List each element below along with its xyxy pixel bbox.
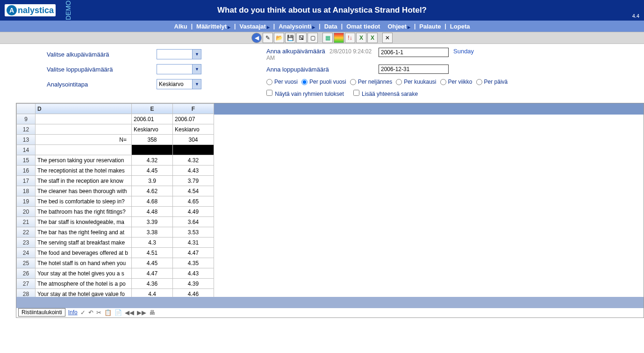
cell-e[interactable]: 4.51 bbox=[132, 248, 173, 258]
table-row[interactable]: 24The food and beverages offered at b4.5… bbox=[17, 248, 214, 258]
row-header[interactable]: 16 bbox=[17, 166, 36, 176]
cell-f[interactable]: 4.54 bbox=[173, 186, 214, 196]
cell-e[interactable]: 3.39 bbox=[132, 217, 173, 227]
table-row[interactable]: 26Your stay at the hotel gives you a s4.… bbox=[17, 268, 214, 279]
saveas-icon[interactable]: 🖫 bbox=[296, 33, 307, 43]
excel2-icon[interactable]: X bbox=[367, 33, 378, 43]
menu-vastaajat[interactable]: Vastaajat bbox=[236, 23, 273, 30]
cell-d[interactable]: N= bbox=[36, 135, 132, 145]
cell-f[interactable]: 4.31 bbox=[173, 238, 214, 248]
radio-per-puoli-vuosi[interactable]: Per puoli vuosi bbox=[301, 79, 346, 85]
row-header[interactable]: 22 bbox=[17, 227, 36, 238]
menu-ohjeet[interactable]: Ohjeet bbox=[384, 23, 414, 30]
tab-ristiintaulukointi[interactable]: Ristiintaulukointi bbox=[18, 308, 65, 317]
radio-per-paiva[interactable]: Per päivä bbox=[476, 79, 508, 85]
check-total-column[interactable]: Lisää yhteensä sarake bbox=[353, 90, 418, 97]
row-header[interactable]: 27 bbox=[17, 279, 36, 289]
row-header[interactable]: 13 bbox=[17, 135, 36, 145]
column-header-d[interactable]: D bbox=[36, 104, 132, 114]
cell-d[interactable] bbox=[36, 114, 132, 124]
row-header[interactable]: 23 bbox=[17, 238, 36, 248]
print-icon[interactable]: 🖶 bbox=[149, 309, 155, 316]
row-header[interactable]: 26 bbox=[17, 268, 36, 279]
cell-f[interactable]: 3.79 bbox=[173, 176, 214, 186]
table-icon[interactable]: ▦ bbox=[322, 33, 333, 43]
table-row[interactable]: 22The bar has the right feeling and at3.… bbox=[17, 227, 214, 238]
cell-f[interactable]: 304 bbox=[173, 135, 214, 145]
cell-f[interactable]: 3.64 bbox=[173, 217, 214, 227]
table-row[interactable]: 15The person taking your reservation4.32… bbox=[17, 155, 214, 166]
cell-d[interactable]: Your stay at the hotel gives you a s bbox=[36, 268, 132, 279]
cell-d[interactable] bbox=[36, 145, 132, 155]
cell-f[interactable]: 4.35 bbox=[173, 258, 214, 268]
cell-e[interactable] bbox=[132, 145, 173, 155]
table-row[interactable]: 20The bathroom has the right fittings?4.… bbox=[17, 207, 214, 217]
row-header[interactable]: 18 bbox=[17, 186, 36, 196]
start-date-select[interactable]: ▼ bbox=[157, 49, 201, 59]
check-group-results[interactable]: Näytä vain ryhmien tulokset bbox=[266, 90, 344, 97]
cell-e[interactable]: 4.45 bbox=[132, 166, 173, 176]
row-header[interactable]: 20 bbox=[17, 207, 36, 217]
radio-per-vuosi[interactable]: Per vuosi bbox=[266, 79, 298, 85]
cell-e[interactable]: 4.45 bbox=[132, 258, 173, 268]
cell-f[interactable]: 4.39 bbox=[173, 279, 214, 289]
end-date-input[interactable] bbox=[379, 65, 449, 74]
row-header[interactable]: 21 bbox=[17, 217, 36, 227]
cell-d[interactable]: The staff in the reception are know bbox=[36, 176, 132, 186]
data-grid[interactable]: D E F 92006.012006.0712KeskiarvoKeskiarv… bbox=[16, 103, 214, 299]
cell-f[interactable]: 4.43 bbox=[173, 268, 214, 279]
cell-e[interactable]: 4.62 bbox=[132, 186, 173, 196]
grid-corner[interactable] bbox=[17, 104, 36, 114]
cell-e[interactable]: 358 bbox=[132, 135, 173, 145]
cell-f[interactable]: 4.32 bbox=[173, 155, 214, 166]
menu-lopeta[interactable]: Lopeta bbox=[446, 23, 474, 30]
cell-d[interactable]: The person taking your reservation bbox=[36, 155, 132, 166]
menu-analysointi[interactable]: Analysointi bbox=[275, 23, 319, 30]
column-header-f[interactable]: F bbox=[173, 104, 214, 114]
table-row[interactable]: 27The atmosphere of the hotel is a po4.3… bbox=[17, 279, 214, 289]
radio-per-kuukausi[interactable]: Per kuukausi bbox=[396, 79, 436, 85]
radio-per-neljannes[interactable]: Per neljännes bbox=[350, 79, 392, 85]
table-row[interactable]: 23The serving staff at breakfast make4.3… bbox=[17, 238, 214, 248]
row-header[interactable]: 14 bbox=[17, 145, 36, 155]
column-header-e[interactable]: E bbox=[132, 104, 173, 114]
table-row[interactable]: 14 bbox=[17, 145, 214, 155]
menu-palaute[interactable]: Palaute bbox=[415, 23, 444, 30]
cell-d[interactable] bbox=[36, 124, 132, 135]
cell-e[interactable]: 4.68 bbox=[132, 196, 173, 207]
undo-icon[interactable]: ↶ bbox=[88, 309, 93, 316]
new-icon[interactable]: ✎ bbox=[263, 33, 273, 43]
row-header[interactable]: 12 bbox=[17, 124, 36, 135]
cell-f[interactable] bbox=[173, 145, 214, 155]
table-row[interactable]: 19The bed is comfortable to sleep in?4.6… bbox=[17, 196, 214, 207]
menu-maarittelyt[interactable]: Määrittelyt bbox=[193, 23, 234, 30]
cell-d[interactable]: The cleaner has been thorough with bbox=[36, 186, 132, 196]
cell-f[interactable]: 4.43 bbox=[173, 166, 214, 176]
row-header[interactable]: 9 bbox=[17, 114, 36, 124]
back-icon[interactable]: ◀ bbox=[251, 33, 262, 43]
cell-d[interactable]: The bar staff is knowledgeable, ma bbox=[36, 217, 132, 227]
cell-e[interactable]: 3.38 bbox=[132, 227, 173, 238]
check-icon[interactable]: ✓ bbox=[80, 309, 86, 316]
cell-d[interactable]: The receptionist at the hotel makes bbox=[36, 166, 132, 176]
menu-omat-tiedot[interactable]: Omat tiedot bbox=[343, 23, 384, 30]
cell-e[interactable]: 3.9 bbox=[132, 176, 173, 186]
last-icon[interactable]: ▶▶ bbox=[137, 309, 146, 316]
radio-per-viikko[interactable]: Per viikko bbox=[440, 79, 472, 85]
settings-icon[interactable]: ✕ bbox=[382, 33, 393, 43]
cell-e[interactable]: Keskiarvo bbox=[132, 124, 173, 135]
menu-data[interactable]: Data bbox=[321, 23, 341, 30]
table-row[interactable]: 16The receptionist at the hotel makes4.4… bbox=[17, 166, 214, 176]
cell-d[interactable]: The atmosphere of the hotel is a po bbox=[36, 279, 132, 289]
cell-d[interactable]: The serving staff at breakfast make bbox=[36, 238, 132, 248]
table-row[interactable]: 18The cleaner has been thorough with4.62… bbox=[17, 186, 214, 196]
row-header[interactable]: 19 bbox=[17, 196, 36, 207]
cell-e[interactable]: 4.47 bbox=[132, 268, 173, 279]
cell-e[interactable]: 2006.01 bbox=[132, 114, 173, 124]
report-icon[interactable]: ▢ bbox=[308, 33, 318, 43]
cell-d[interactable]: The food and beverages offered at b bbox=[36, 248, 132, 258]
cell-e[interactable]: 4.48 bbox=[132, 207, 173, 217]
table-row[interactable]: 25The hotel staff is on hand when you4.4… bbox=[17, 258, 214, 268]
paste-icon[interactable]: 📄 bbox=[114, 309, 122, 316]
table-row[interactable]: 21The bar staff is knowledgeable, ma3.39… bbox=[17, 217, 214, 227]
